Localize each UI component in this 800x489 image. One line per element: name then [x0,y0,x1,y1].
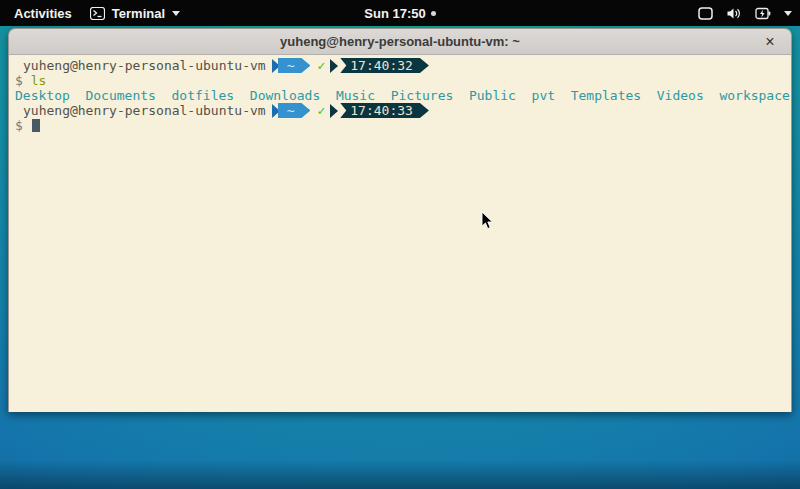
prompt-line: yuheng@henry-personal-ubuntu-vm ~ ✓ 17:4… [15,58,791,73]
window-titlebar[interactable]: yuheng@henry-personal-ubuntu-vm: ~ × [9,29,791,55]
terminal-icon [90,7,105,20]
prompt-user: yuheng@henry-personal-ubuntu-vm [15,103,266,118]
prompt-time-badge: 17:40:33 [340,103,429,118]
terminal-window: yuheng@henry-personal-ubuntu-vm: ~ × yuh… [8,28,792,412]
system-status-area[interactable] [698,7,792,20]
prompt-symbol: $ [15,73,31,88]
chevron-down-icon[interactable] [784,11,792,16]
prompt-path-segment: ~ [278,103,311,118]
command-text: ls [31,73,47,88]
app-menu-button[interactable]: Terminal [90,6,180,21]
clock-label: Sun 17:50 [364,6,425,21]
powerline-arrow-icon [330,104,338,118]
prompt-symbol: $ [15,118,31,133]
input-line: $ [15,118,791,133]
volume-icon [726,7,742,20]
terminal-cursor[interactable] [32,119,40,132]
mouse-cursor-icon [481,211,494,234]
powerline-arrow-icon [330,59,338,73]
battery-charging-icon [755,7,771,20]
prompt-time-badge: 17:40:32 [340,58,429,73]
close-button[interactable]: × [757,29,783,55]
prompt-line: yuheng@henry-personal-ubuntu-vm ~ ✓ 17:4… [15,103,791,118]
chevron-down-icon [172,11,180,16]
gnome-top-bar: Activities Terminal Sun 17:50 [0,0,800,26]
command-line: $ ls [15,73,791,88]
prompt-path-segment: ~ [278,58,311,73]
status-check-icon: ✓ [317,103,325,118]
ls-output-line: Desktop Documents dotfiles Downloads Mus… [15,88,791,103]
prompt-user: yuheng@henry-personal-ubuntu-vm [15,58,266,73]
activities-button[interactable]: Activities [14,6,72,21]
terminal-content[interactable]: yuheng@henry-personal-ubuntu-vm ~ ✓ 17:4… [9,55,791,412]
screen-icon [698,7,713,20]
window-title: yuheng@henry-personal-ubuntu-vm: ~ [280,34,520,49]
desktop-screen: Activities Terminal Sun 17:50 [0,0,800,489]
app-menu-label: Terminal [112,6,165,21]
notification-dot-icon [431,11,436,16]
status-check-icon: ✓ [317,58,325,73]
